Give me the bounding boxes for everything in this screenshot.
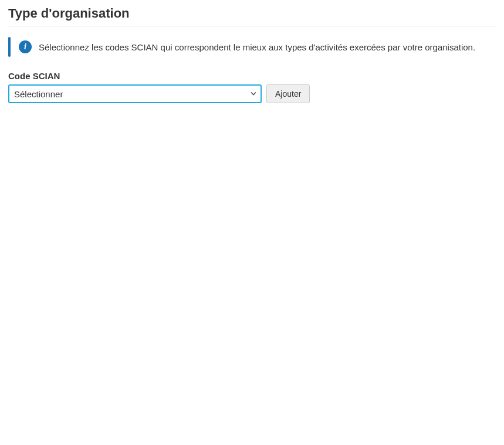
info-accent-bar xyxy=(8,37,11,57)
select-value: Sélectionner xyxy=(14,89,63,99)
info-callout: i Sélectionnez les codes SCIAN qui corre… xyxy=(8,37,496,57)
info-text: Sélectionnez les codes SCIAN qui corresp… xyxy=(39,42,475,52)
chevron-down-icon xyxy=(250,89,257,99)
code-scian-select[interactable]: Sélectionner xyxy=(8,84,262,103)
field-label-code-scian: Code SCIAN xyxy=(8,71,496,81)
add-button[interactable]: Ajouter xyxy=(266,84,310,103)
divider xyxy=(8,26,496,26)
page-title: Type d'organisation xyxy=(8,6,496,21)
info-icon: i xyxy=(19,40,32,53)
